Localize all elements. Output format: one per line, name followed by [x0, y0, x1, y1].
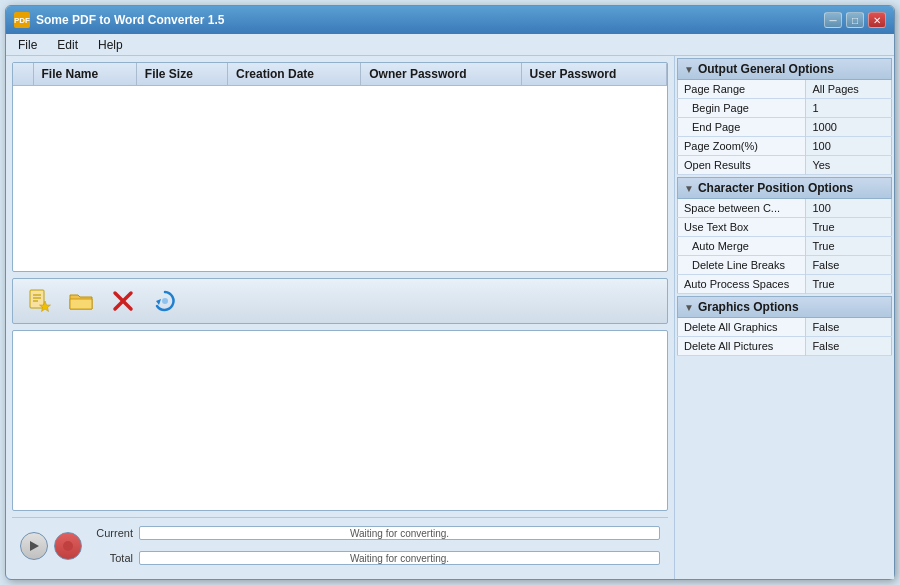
collapse-icon-output: ▼	[684, 64, 694, 75]
option-row-auto-merge[interactable]: Auto Merge True	[678, 237, 892, 256]
graphics-options-title: Graphics Options	[698, 300, 799, 314]
close-button[interactable]: ✕	[868, 12, 886, 28]
option-value-auto-merge: True	[806, 237, 892, 256]
option-value-begin-page: 1	[806, 99, 892, 118]
col-creation-date: Creation Date	[228, 63, 361, 86]
title-bar: PDF Some PDF to Word Converter 1.5 ─ □ ✕	[6, 6, 894, 34]
option-value-page-zoom: 100	[806, 137, 892, 156]
file-table-container: File Name File Size Creation Date Owner …	[12, 62, 668, 272]
option-value-open-results: Yes	[806, 156, 892, 175]
option-row-end-page[interactable]: End Page 1000	[678, 118, 892, 137]
output-general-header[interactable]: ▼ Output General Options	[677, 58, 892, 80]
option-row-open-results[interactable]: Open Results Yes	[678, 156, 892, 175]
total-progress-row: Total Waiting for converting.	[88, 547, 660, 569]
refresh-icon	[151, 287, 179, 315]
window-title: Some PDF to Word Converter 1.5	[36, 13, 824, 27]
current-progress-text: Waiting for converting.	[350, 528, 449, 539]
play-button[interactable]	[20, 532, 48, 560]
option-value-delete-all-graphics: False	[806, 318, 892, 337]
option-row-page-range[interactable]: Page Range All Pages	[678, 80, 892, 99]
option-value-page-range: All Pages	[806, 80, 892, 99]
option-label-delete-all-pictures: Delete All Pictures	[678, 337, 806, 356]
collapse-icon-graphics: ▼	[684, 302, 694, 313]
output-general-table: Page Range All Pages Begin Page 1 End Pa…	[677, 80, 892, 175]
menu-edit[interactable]: Edit	[51, 36, 84, 54]
character-position-title: Character Position Options	[698, 181, 853, 195]
add-new-button[interactable]	[21, 283, 57, 319]
collapse-icon-char: ▼	[684, 183, 694, 194]
refresh-button[interactable]	[147, 283, 183, 319]
option-value-delete-all-pictures: False	[806, 337, 892, 356]
status-bottom: Current Waiting for converting. Total Wa…	[20, 522, 660, 569]
right-panel: ▼ Output General Options Page Range All …	[674, 56, 894, 579]
character-position-table: Space between C... 100 Use Text Box True…	[677, 199, 892, 294]
graphics-options-table: Delete All Graphics False Delete All Pic…	[677, 318, 892, 356]
option-row-delete-all-pictures[interactable]: Delete All Pictures False	[678, 337, 892, 356]
svg-marker-7	[156, 299, 161, 305]
option-row-use-text-box[interactable]: Use Text Box True	[678, 218, 892, 237]
play-icon	[27, 539, 41, 553]
current-label: Current	[88, 527, 133, 539]
stop-button[interactable]	[54, 532, 82, 560]
option-label-use-text-box: Use Text Box	[678, 218, 806, 237]
current-progress-row: Current Waiting for converting.	[88, 522, 660, 544]
open-folder-button[interactable]	[63, 283, 99, 319]
open-folder-icon	[67, 287, 95, 315]
col-file-size: File Size	[136, 63, 227, 86]
total-progress-text: Waiting for converting.	[350, 553, 449, 564]
add-new-icon	[25, 287, 53, 315]
option-row-auto-process-spaces[interactable]: Auto Process Spaces True	[678, 275, 892, 294]
option-label-open-results: Open Results	[678, 156, 806, 175]
stop-icon	[62, 540, 74, 552]
option-value-end-page: 1000	[806, 118, 892, 137]
left-panel: File Name File Size Creation Date Owner …	[6, 56, 674, 579]
option-label-auto-process-spaces: Auto Process Spaces	[678, 275, 806, 294]
col-owner-password: Owner Password	[361, 63, 521, 86]
character-position-header[interactable]: ▼ Character Position Options	[677, 177, 892, 199]
option-value-auto-process-spaces: True	[806, 275, 892, 294]
total-label: Total	[88, 552, 133, 564]
window-controls: ─ □ ✕	[824, 12, 886, 28]
toolbar	[12, 278, 668, 324]
character-position-section: ▼ Character Position Options Space betwe…	[677, 177, 892, 294]
option-row-page-zoom[interactable]: Page Zoom(%) 100	[678, 137, 892, 156]
menu-bar: File Edit Help	[6, 34, 894, 56]
log-area	[12, 330, 668, 511]
svg-point-10	[63, 541, 73, 551]
app-icon: PDF	[14, 12, 30, 28]
option-value-space-between: 100	[806, 199, 892, 218]
menu-file[interactable]: File	[12, 36, 43, 54]
option-value-delete-line-breaks: False	[806, 256, 892, 275]
current-progress-bar: Waiting for converting.	[139, 526, 660, 540]
svg-marker-9	[30, 541, 39, 551]
option-value-use-text-box: True	[806, 218, 892, 237]
menu-help[interactable]: Help	[92, 36, 129, 54]
col-file-name: File Name	[33, 63, 136, 86]
option-label-space-between: Space between C...	[678, 199, 806, 218]
option-row-delete-line-breaks[interactable]: Delete Line Breaks False	[678, 256, 892, 275]
maximize-button[interactable]: □	[846, 12, 864, 28]
delete-icon	[109, 287, 137, 315]
option-row-delete-all-graphics[interactable]: Delete All Graphics False	[678, 318, 892, 337]
graphics-options-header[interactable]: ▼ Graphics Options	[677, 296, 892, 318]
svg-point-8	[162, 298, 168, 304]
option-label-page-range: Page Range	[678, 80, 806, 99]
file-table: File Name File Size Creation Date Owner …	[13, 63, 667, 86]
main-content: File Name File Size Creation Date Owner …	[6, 56, 894, 579]
output-general-section: ▼ Output General Options Page Range All …	[677, 58, 892, 175]
total-progress-bar: Waiting for converting.	[139, 551, 660, 565]
option-label-end-page: End Page	[678, 118, 806, 137]
option-row-begin-page[interactable]: Begin Page 1	[678, 99, 892, 118]
graphics-options-section: ▼ Graphics Options Delete All Graphics F…	[677, 296, 892, 356]
main-window: PDF Some PDF to Word Converter 1.5 ─ □ ✕…	[5, 5, 895, 580]
option-label-begin-page: Begin Page	[678, 99, 806, 118]
option-label-page-zoom: Page Zoom(%)	[678, 137, 806, 156]
col-num	[13, 63, 33, 86]
option-label-delete-line-breaks: Delete Line Breaks	[678, 256, 806, 275]
output-general-title: Output General Options	[698, 62, 834, 76]
col-user-password: User Password	[521, 63, 666, 86]
delete-button[interactable]	[105, 283, 141, 319]
option-label-auto-merge: Auto Merge	[678, 237, 806, 256]
minimize-button[interactable]: ─	[824, 12, 842, 28]
option-row-space-between[interactable]: Space between C... 100	[678, 199, 892, 218]
